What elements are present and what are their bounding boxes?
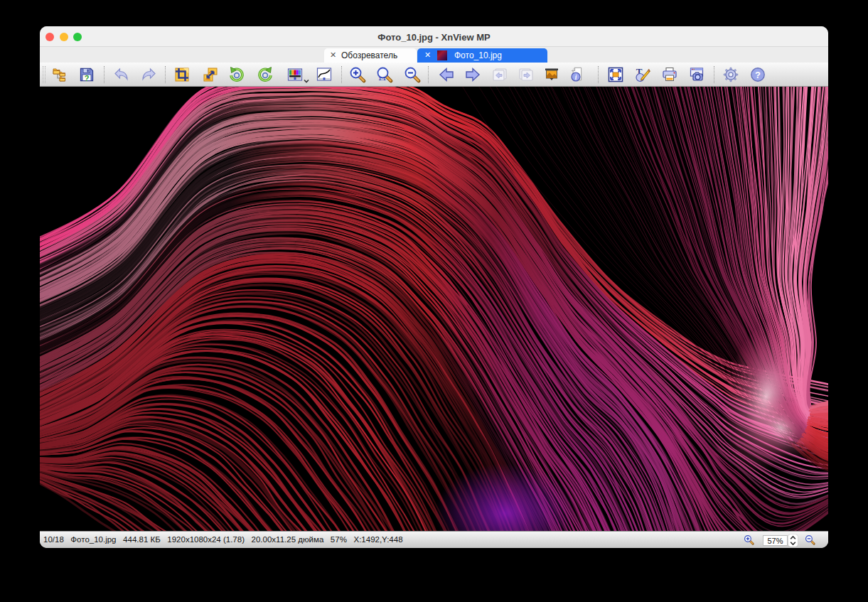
svg-text:?: ? <box>85 74 90 82</box>
svg-text:i: i <box>575 74 577 81</box>
svg-text:1:1: 1:1 <box>378 76 385 81</box>
svg-text:?: ? <box>755 70 761 80</box>
